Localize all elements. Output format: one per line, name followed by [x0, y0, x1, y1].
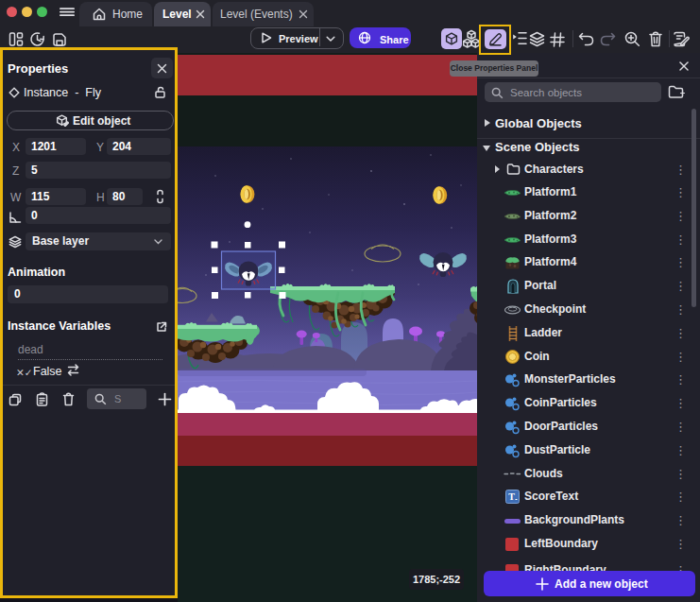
svg-text:T: T [508, 491, 515, 502]
svg-text:1785;-252: 1785;-252 [413, 574, 460, 585]
